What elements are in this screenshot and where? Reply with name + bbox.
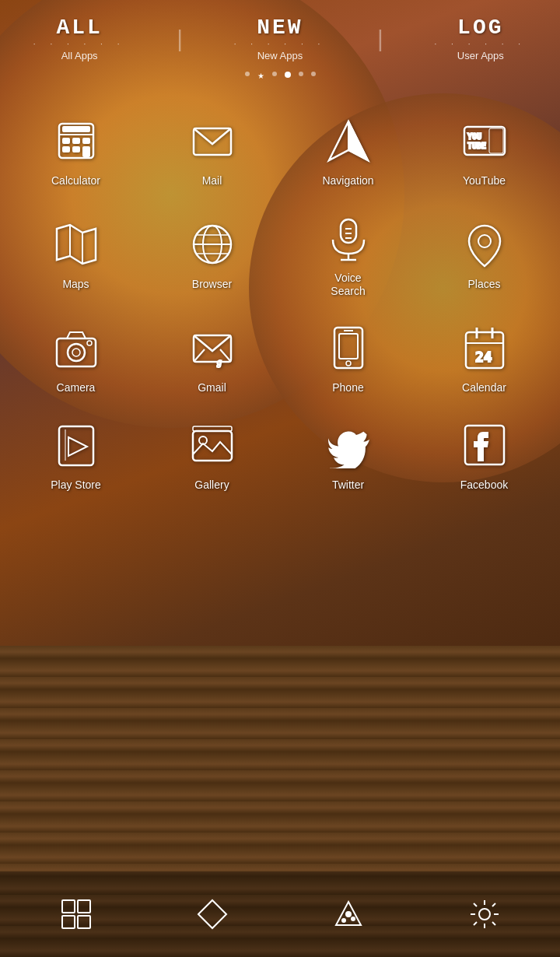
svg-rect-48: [59, 426, 93, 465]
bottom-nav-pizza[interactable]: [329, 895, 368, 934]
svg-point-34: [87, 341, 92, 345]
bottom-nav-diamond[interactable]: [193, 895, 232, 934]
svg-rect-6: [73, 147, 79, 152]
tab-log-lines: · · · · · ·: [435, 40, 527, 48]
svg-marker-11: [348, 121, 368, 160]
app-camera[interactable]: Camera: [8, 309, 144, 406]
bottom-nav-grid[interactable]: [57, 895, 96, 934]
tab-divider-1: |: [177, 27, 183, 51]
main-content: ALL · · · · · · All Apps | NEW · · · · ·…: [0, 0, 560, 957]
calculator-label: Calculator: [51, 174, 100, 188]
app-gmail[interactable]: g Gmail: [144, 309, 280, 406]
voice-search-icon: [321, 211, 376, 265]
svg-point-60: [346, 912, 351, 917]
browser-label: Browser: [192, 278, 232, 291]
svg-text:24: 24: [475, 349, 492, 365]
svg-text:YOU: YOU: [467, 132, 481, 141]
svg-marker-59: [198, 900, 226, 928]
svg-rect-56: [78, 900, 90, 913]
svg-rect-15: [489, 128, 503, 153]
svg-rect-24: [341, 219, 356, 243]
app-play-store[interactable]: Play Store: [8, 406, 144, 503]
tab-log-sub: User Apps: [435, 50, 527, 61]
gallery-label: Gallery: [194, 478, 229, 492]
app-gallery[interactable]: Gallery: [144, 406, 280, 503]
svg-point-63: [479, 909, 490, 920]
places-icon: [457, 217, 512, 272]
maps-label: Maps: [62, 278, 89, 291]
dot-3[interactable]: [299, 72, 303, 76]
svg-rect-7: [83, 147, 89, 156]
page-dots: ★: [0, 65, 560, 86]
app-calendar[interactable]: 24 Calendar: [416, 309, 552, 406]
facebook-label: Facebook: [460, 478, 508, 492]
dot-2[interactable]: [272, 72, 277, 76]
svg-text:TUBE: TUBE: [467, 142, 486, 150]
svg-line-37: [220, 349, 231, 362]
top-tabs: ALL · · · · · · All Apps | NEW · · · · ·…: [0, 0, 560, 65]
tab-new[interactable]: NEW · · · · · · New Apps: [234, 16, 327, 61]
phone-icon: [321, 321, 376, 375]
svg-rect-5: [63, 147, 69, 152]
tab-log-label: LOG: [435, 16, 527, 40]
tab-log[interactable]: LOG · · · · · · User Apps: [435, 16, 527, 61]
app-places[interactable]: Places: [416, 199, 552, 310]
svg-point-41: [346, 361, 351, 366]
svg-text:g: g: [217, 356, 222, 367]
calculator-icon: [49, 114, 103, 168]
voice-search-label: VoiceSearch: [331, 272, 365, 298]
tab-new-label: NEW: [234, 16, 327, 40]
calendar-icon: 24: [457, 321, 512, 375]
bottom-nav-settings[interactable]: [465, 895, 504, 934]
svg-point-30: [478, 235, 491, 247]
svg-rect-2: [63, 138, 69, 143]
dot-active[interactable]: [285, 72, 291, 78]
bottom-nav: [0, 871, 560, 957]
app-calculator[interactable]: Calculator: [8, 102, 144, 199]
app-browser[interactable]: Browser: [144, 199, 280, 310]
gallery-icon: [185, 418, 240, 472]
tab-divider-2: |: [377, 27, 383, 51]
svg-rect-4: [83, 138, 89, 143]
svg-point-62: [352, 917, 355, 920]
dot-star[interactable]: ★: [257, 72, 264, 80]
dot-4[interactable]: [311, 72, 316, 76]
svg-line-36: [194, 349, 205, 362]
app-phone[interactable]: Phone: [280, 309, 416, 406]
app-maps[interactable]: Maps: [8, 199, 144, 310]
app-mail[interactable]: Mail: [144, 102, 280, 199]
dot-1[interactable]: [245, 72, 250, 76]
apps-grid: Calculator Mail Navigation: [0, 86, 560, 511]
twitter-label: Twitter: [332, 478, 364, 492]
svg-rect-31: [57, 338, 96, 366]
gmail-icon: g: [185, 321, 240, 375]
svg-rect-58: [78, 916, 90, 928]
play-store-icon: [49, 418, 103, 472]
app-navigation[interactable]: Navigation: [280, 102, 416, 199]
svg-rect-40: [339, 334, 358, 359]
mail-icon: [185, 114, 240, 168]
youtube-label: YouTube: [463, 174, 506, 188]
pizza-icon: [329, 895, 368, 934]
app-facebook[interactable]: Facebook: [416, 406, 552, 503]
browser-icon: [185, 217, 240, 272]
calendar-label: Calendar: [462, 381, 506, 394]
app-youtube[interactable]: YOU TUBE YouTube: [416, 102, 552, 199]
tab-all[interactable]: ALL · · · · · · All Apps: [33, 16, 126, 61]
app-voice-search[interactable]: VoiceSearch: [280, 199, 416, 310]
svg-point-33: [72, 349, 80, 356]
tab-all-sub: All Apps: [33, 50, 126, 61]
maps-icon: [49, 217, 103, 272]
play-store-label: Play Store: [51, 478, 101, 492]
svg-point-61: [342, 919, 345, 922]
diamond-icon: [193, 895, 232, 934]
facebook-icon: [457, 418, 512, 472]
svg-rect-8: [63, 127, 89, 131]
phone-label: Phone: [332, 381, 363, 394]
svg-rect-57: [62, 916, 75, 928]
gmail-label: Gmail: [198, 381, 226, 394]
tab-all-label: ALL: [33, 16, 126, 40]
app-twitter[interactable]: Twitter: [280, 406, 416, 503]
svg-marker-49: [68, 437, 87, 456]
svg-rect-55: [62, 900, 75, 913]
